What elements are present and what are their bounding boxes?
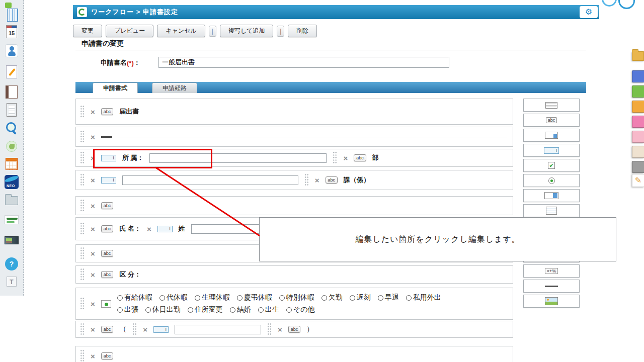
delete-icon[interactable] — [315, 176, 319, 184]
palette-item-textarea[interactable] — [523, 129, 580, 142]
text-label-icon[interactable]: abc — [101, 202, 114, 209]
text-label-icon[interactable]: abc — [101, 108, 114, 115]
text-label-icon[interactable]: abc — [101, 250, 114, 257]
radio-option[interactable]: 代休暇 — [159, 293, 188, 302]
radio-option[interactable]: 休日出勤 — [145, 305, 181, 314]
radio-circle-icon[interactable] — [286, 307, 292, 313]
tanomail-logo-icon[interactable] — [5, 215, 19, 224]
palette-item-list[interactable] — [523, 204, 580, 217]
drag-handle-icon[interactable] — [80, 130, 85, 143]
radio-circle-icon[interactable] — [188, 307, 193, 313]
settings-gear-button[interactable]: ⚙ — [580, 6, 598, 18]
radio-option[interactable]: 特別休暇 — [279, 293, 314, 302]
document-icon[interactable] — [7, 103, 17, 117]
tab-approval-route[interactable]: 申請経路 — [152, 82, 197, 93]
palette-item-checkbox[interactable] — [523, 159, 580, 172]
radio-circle-icon[interactable] — [258, 307, 264, 313]
drag-handle-icon[interactable] — [80, 222, 85, 235]
drag-handle-icon[interactable] — [333, 151, 337, 164]
drag-handle-icon[interactable] — [80, 199, 85, 212]
radio-circle-icon[interactable] — [145, 307, 151, 313]
folder-icon[interactable] — [5, 196, 18, 205]
drag-handle-icon[interactable] — [80, 247, 85, 260]
drag-handle-icon[interactable] — [80, 349, 85, 362]
palette-item-radio[interactable] — [523, 174, 580, 187]
palette-item-text-input[interactable] — [523, 144, 580, 157]
delete-icon[interactable] — [91, 202, 95, 210]
color-tab[interactable] — [632, 146, 644, 158]
calendar-icon[interactable]: 15 — [6, 25, 17, 38]
palette-item-image[interactable] — [523, 295, 580, 308]
text-label-icon[interactable]: abc — [354, 154, 366, 161]
radio-option[interactable]: その他 — [286, 305, 315, 314]
drag-handle-icon[interactable] — [80, 151, 85, 164]
radio-circle-icon[interactable] — [350, 295, 355, 301]
radio-circle-icon[interactable] — [117, 295, 123, 301]
drag-handle-icon[interactable] — [80, 173, 85, 187]
radio-circle-icon[interactable] — [195, 295, 200, 301]
text-label-icon[interactable]: abc — [288, 326, 301, 333]
delete-icon[interactable] — [91, 176, 95, 184]
tab-form-format[interactable]: 申請書式 — [93, 82, 138, 93]
radio-option[interactable]: 早退 — [378, 293, 399, 302]
table-app-icon[interactable] — [6, 158, 18, 170]
text-label-icon[interactable]: abc — [101, 352, 114, 359]
palette-item-paragraph[interactable] — [523, 99, 580, 112]
help-icon[interactable]: ? — [5, 257, 18, 270]
library-icon[interactable] — [6, 85, 18, 99]
delete-icon[interactable] — [91, 225, 95, 233]
radio-option[interactable]: 結婚 — [230, 305, 251, 314]
radio-circle-icon[interactable] — [117, 307, 123, 313]
delete-icon[interactable] — [343, 154, 348, 162]
delete-icon[interactable] — [91, 154, 95, 162]
designer-row-title[interactable]: abc 届出書 — [75, 99, 513, 125]
text-input-icon[interactable] — [101, 155, 116, 161]
delete-button[interactable]: 削除 — [288, 25, 317, 37]
text-label-icon[interactable]: abc — [101, 271, 114, 278]
color-tab[interactable] — [632, 101, 644, 113]
radio-option[interactable]: 私用外出 — [406, 293, 441, 302]
palette-item-text-label[interactable]: abc — [523, 114, 580, 127]
delete-icon[interactable] — [91, 133, 95, 141]
copy-add-button[interactable]: 複写して追加 — [220, 25, 274, 37]
drag-handle-icon[interactable] — [304, 173, 309, 187]
palette-item-dropdown[interactable] — [523, 189, 580, 202]
color-tab[interactable] — [632, 70, 644, 82]
pencil-tab-icon[interactable] — [632, 174, 644, 187]
designer-row-category[interactable]: abc 区 分： — [75, 265, 513, 284]
delete-icon[interactable] — [91, 352, 95, 360]
text-tool-icon[interactable]: T — [7, 277, 17, 287]
drag-handle-icon[interactable] — [80, 323, 85, 336]
radio-option[interactable]: 出生 — [258, 305, 279, 314]
radio-option[interactable]: 出張 — [117, 305, 138, 314]
text-input-icon[interactable] — [153, 326, 169, 333]
delete-icon[interactable] — [91, 326, 95, 333]
cancel-button[interactable]: キャンセル — [157, 25, 205, 37]
change-button[interactable]: 変更 — [73, 25, 102, 37]
delete-icon[interactable] — [147, 225, 151, 233]
designer-row-label[interactable]: abc — [75, 346, 513, 362]
radio-circle-icon[interactable] — [230, 307, 235, 313]
banner-logo-icon[interactable] — [5, 236, 19, 244]
text-input-icon[interactable] — [101, 177, 116, 184]
palette-item-divider[interactable] — [523, 280, 580, 293]
drag-handle-icon[interactable] — [80, 297, 85, 310]
preview-button[interactable]: プレビュー — [106, 25, 153, 37]
radio-option[interactable]: 住所変更 — [188, 305, 223, 314]
designer-row-leave-type[interactable]: 有給休暇 代休暇 生理休暇 慶弔休暇 — [75, 288, 513, 320]
delete-icon[interactable] — [91, 300, 95, 308]
designer-row-department[interactable]: 所 属： abc 部 — [75, 149, 513, 167]
radio-option[interactable]: 欠勤 — [321, 293, 343, 302]
section-input[interactable] — [122, 175, 298, 185]
drag-handle-icon[interactable] — [80, 105, 85, 118]
text-label-icon[interactable]: abc — [101, 225, 114, 232]
color-tab[interactable] — [632, 116, 644, 128]
radio-circle-icon[interactable] — [237, 295, 243, 301]
designer-row-divider[interactable] — [75, 127, 513, 147]
delete-icon[interactable] — [143, 326, 147, 333]
delete-icon[interactable] — [278, 326, 282, 333]
department-input[interactable] — [149, 153, 327, 163]
color-tab[interactable] — [632, 85, 644, 98]
radio-option[interactable]: 生理休暇 — [195, 293, 230, 302]
designer-row-label[interactable]: abc — [75, 196, 513, 215]
